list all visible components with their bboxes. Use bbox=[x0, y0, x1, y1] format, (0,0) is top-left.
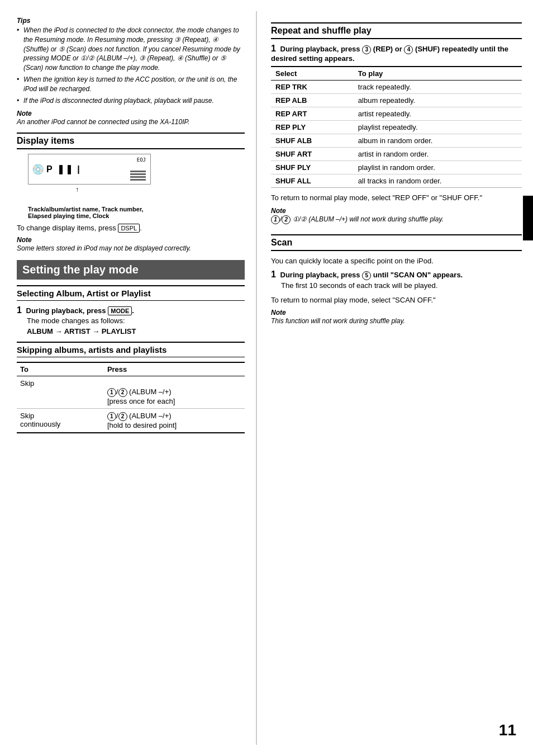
rep-alb-play: album repeatedly. bbox=[354, 94, 522, 107]
diagram-arrow: ↑ bbox=[75, 186, 245, 193]
selecting-step-text: During playback, press MODE. bbox=[26, 306, 134, 315]
bar4 bbox=[130, 179, 146, 181]
repeat-col1: Select bbox=[271, 67, 354, 81]
circle-1: 1 bbox=[107, 388, 116, 397]
display-indicator-top: EOJ bbox=[137, 157, 146, 163]
display-items-header: Display items bbox=[17, 133, 245, 149]
scan-step-body: The first 10 seconds of each track will … bbox=[281, 280, 522, 291]
table-row: REP PLY playlist repeatedly. bbox=[271, 121, 522, 134]
main-section-header: Setting the play mode bbox=[17, 260, 245, 280]
repeat-step-text: During playback, press 3 (REP) or 4 (SHU… bbox=[271, 45, 508, 63]
selecting-step1: 1 During playback, press MODE. The mode … bbox=[17, 305, 245, 337]
scan-note-text: This function will not work during shuff… bbox=[271, 316, 522, 326]
rep-circle-3: 3 bbox=[362, 45, 371, 54]
skip-col2-header: Press bbox=[104, 362, 245, 376]
tip-1: When the iPod is connected to the dock c… bbox=[17, 26, 245, 73]
scan-section: Scan You can quickly locate a specific p… bbox=[271, 234, 522, 326]
page-number: 11 bbox=[499, 721, 516, 739]
circle-2b: 2 bbox=[118, 412, 127, 421]
table-row: REP ART artist repeatedly. bbox=[271, 107, 522, 121]
scan-step-num: 1 bbox=[271, 270, 276, 279]
cd-icon: 💿 bbox=[32, 163, 44, 176]
mode-flow: ALBUM → ARTIST → PLAYLIST bbox=[27, 326, 245, 337]
skip-row2-press: 1/2 (ALBUM –/+)[hold to desired point] bbox=[104, 408, 245, 433]
left-column: Tips When the iPod is connected to the d… bbox=[0, 11, 257, 745]
display-note-text: Some letters stored in iPod may not be d… bbox=[17, 244, 245, 253]
table-row: Skipcontinuously 1/2 (ALBUM –/+)[hold to… bbox=[17, 408, 245, 433]
right-bar bbox=[523, 196, 533, 240]
circle-1b: 1 bbox=[107, 412, 116, 421]
bar1 bbox=[130, 171, 146, 172]
repeat-shuffle-header: Repeat and shuffle play bbox=[271, 22, 522, 39]
right-column: Repeat and shuffle play 1 During playbac… bbox=[257, 11, 533, 745]
shuf-art-play: artist in random order. bbox=[354, 148, 522, 161]
page: Tips When the iPod is connected to the d… bbox=[0, 0, 533, 756]
display-status-text: P ❚❚ | bbox=[46, 164, 81, 174]
scan-intro: You can quickly locate a specific point … bbox=[271, 256, 522, 267]
scan-header: Scan bbox=[271, 234, 522, 251]
display-diagram: 💿 P ❚❚ | EOJ bbox=[28, 154, 151, 185]
skip-row1-to: Skip bbox=[17, 376, 104, 408]
scan-note-label: Note bbox=[271, 309, 522, 316]
skip-row2-to: Skipcontinuously bbox=[17, 408, 104, 433]
rep-trk-select: REP TRK bbox=[271, 81, 354, 94]
scan-step1: 1 During playback, press 5 until "SCAN O… bbox=[271, 270, 522, 291]
table-row: SHUF ALB album in random order. bbox=[271, 134, 522, 148]
tips-section: Tips When the iPod is connected to the d… bbox=[17, 17, 245, 105]
note-circle-2: 2 bbox=[282, 215, 291, 224]
rep-ply-play: playlist repeatedly. bbox=[354, 121, 522, 134]
skip-col1-header: To bbox=[17, 362, 104, 376]
table-row: Skip 1/2 (ALBUM –/+)[press once for each… bbox=[17, 376, 245, 408]
bar2 bbox=[130, 173, 146, 175]
mode-button-indicator: MODE bbox=[108, 306, 132, 315]
dspl-button-indicator: DSPL bbox=[118, 224, 140, 233]
note1-label: Note bbox=[17, 110, 245, 117]
selecting-step-num: 1 bbox=[17, 305, 22, 315]
shuf-ply-play: playlist in random order. bbox=[354, 161, 522, 174]
skipping-table: To Press Skip 1/2 (ALBUM –/+)[press once… bbox=[17, 362, 245, 433]
display-items-section: Display items 💿 P ❚❚ | EOJ ↑ Track/album… bbox=[17, 133, 245, 253]
note1-section: Note An another iPod cannot be connected… bbox=[17, 110, 245, 127]
note-circle-1: 1 bbox=[271, 215, 280, 224]
change-display-text: To change display items, press DSPL. bbox=[17, 224, 245, 233]
scan-return-text: To return to normal play mode, select "S… bbox=[271, 295, 522, 306]
repeat-return-text: To return to normal play mode, select "R… bbox=[271, 192, 522, 204]
rep-circle-4: 4 bbox=[404, 45, 413, 54]
shuf-all-select: SHUF ALL bbox=[271, 174, 354, 188]
selecting-section: Selecting Album, Artist or Playlist 1 Du… bbox=[17, 285, 245, 337]
tip-3: If the iPod is disconnected during playb… bbox=[17, 96, 245, 106]
scan-step-text: During playback, press 5 until "SCAN ON"… bbox=[280, 271, 463, 279]
tips-label: Tips bbox=[17, 17, 245, 25]
display-indicator-bars bbox=[130, 171, 146, 181]
repeat-shuffle-section: Repeat and shuffle play 1 During playbac… bbox=[271, 22, 522, 224]
table-row: SHUF ALL all tracks in random order. bbox=[271, 174, 522, 188]
table-row: REP ALB album repeatedly. bbox=[271, 94, 522, 107]
display-caption: Track/album/artist name, Track number, E… bbox=[28, 206, 245, 219]
scan-circle-5: 5 bbox=[362, 271, 371, 280]
repeat-col2: To play bbox=[354, 67, 522, 81]
shuf-alb-select: SHUF ALB bbox=[271, 134, 354, 148]
display-note-label: Note bbox=[17, 236, 245, 244]
tip-2: When the ignition key is turned to the A… bbox=[17, 75, 245, 94]
repeat-note-text: 1/2 ①/② (ALBUM –/+) will not work during… bbox=[271, 215, 522, 224]
tips-list: When the iPod is connected to the dock c… bbox=[17, 26, 245, 105]
repeat-note-label: Note bbox=[271, 207, 522, 215]
shuf-art-select: SHUF ART bbox=[271, 148, 354, 161]
repeat-step-num: 1 bbox=[271, 44, 276, 53]
table-row: REP TRK track repeatedly. bbox=[271, 81, 522, 94]
shuf-ply-select: SHUF PLY bbox=[271, 161, 354, 174]
selecting-step-body: The mode changes as follows: ALBUM → ART… bbox=[27, 315, 245, 337]
circle-2: 2 bbox=[118, 388, 127, 397]
skip-row1-press: 1/2 (ALBUM –/+)[press once for each] bbox=[104, 376, 245, 408]
rep-trk-play: track repeatedly. bbox=[354, 81, 522, 94]
bar3 bbox=[130, 176, 146, 178]
table-row: SHUF ART artist in random order. bbox=[271, 148, 522, 161]
note1-text: An another iPod cannot be connected usin… bbox=[17, 117, 245, 127]
shuf-alb-play: album in random order. bbox=[354, 134, 522, 148]
rep-alb-select: REP ALB bbox=[271, 94, 354, 107]
selecting-header: Selecting Album, Artist or Playlist bbox=[17, 285, 245, 301]
repeat-step1: 1 During playback, press 3 (REP) or 4 (S… bbox=[271, 44, 522, 63]
repeat-table: Select To play REP TRK track repeatedly.… bbox=[271, 66, 522, 188]
skipping-section: Skipping albums, artists and playlists T… bbox=[17, 342, 245, 433]
rep-ply-select: REP PLY bbox=[271, 121, 354, 134]
